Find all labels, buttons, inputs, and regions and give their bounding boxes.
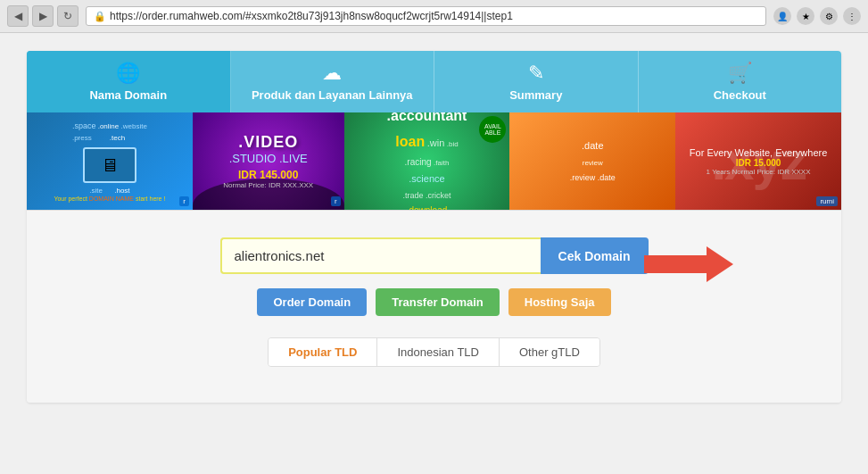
step-4-label: Checkout (714, 88, 766, 102)
action-buttons: Order Domain Transfer Domain Hosting Saj… (257, 288, 610, 316)
step-3-label: Summary (509, 88, 562, 102)
url-text: https://order.rumahweb.com/#xsxmko2t8u73… (110, 10, 513, 22)
page-wrapper: 🌐 Nama Domain ☁ Produk dan Layanan Lainn… (0, 33, 868, 420)
banner-domain-cloud[interactable]: .space .online .website .press .tech 🖥 .… (27, 112, 193, 210)
transfer-domain-button[interactable]: Transfer Domain (376, 288, 500, 316)
monitor-icon: 🖥 (83, 147, 136, 183)
tld-tabs: Popular TLD Indonesian TLD Other gTLD (268, 337, 600, 367)
browser-chrome: ◀ ▶ ↻ 🔒 https://order.rumahweb.com/#xsxm… (0, 0, 868, 33)
globe-icon: 🌐 (116, 62, 140, 85)
banner-2-subtitle: .STUDIO .LIVE (223, 152, 313, 165)
main-container: 🌐 Nama Domain ☁ Produk dan Layanan Lainn… (27, 51, 841, 403)
tab-other-gtld[interactable]: Other gTLD (500, 338, 599, 366)
address-bar[interactable]: 🔒 https://order.rumahweb.com/#xsxmko2t8u… (86, 6, 766, 26)
domain-search-row: Cek Domain (220, 237, 649, 274)
content-area: Cek Domain Order Domain Transfer Domain … (27, 211, 841, 403)
banners-row: .space .online .website .press .tech 🖥 .… (27, 112, 841, 211)
banner-2-note: Normal Price: IDR XXX.XXX (223, 181, 313, 189)
profile-icon[interactable]: 👤 (773, 7, 791, 25)
search-wrapper: Cek Domain (220, 237, 649, 288)
banner-5-content: For Every Website, Everywhere IDR 15.000… (690, 147, 827, 176)
lock-icon: 🔒 (94, 11, 106, 22)
bookmark-icon[interactable]: ★ (797, 7, 814, 25)
banner-3-text: .accountant loan .win .bid .racing .fait… (387, 112, 467, 210)
refresh-button[interactable]: ↻ (57, 5, 79, 27)
nav-buttons: ◀ ▶ ↻ (7, 5, 79, 27)
menu-icon[interactable]: ⋮ (843, 7, 861, 25)
available-badge: AVAIL ABLE (479, 116, 506, 143)
banner-5-price: IDR 15.000 (690, 158, 827, 168)
hosting-saja-button[interactable]: Hosting Saja (508, 288, 611, 316)
order-domain-button[interactable]: Order Domain (257, 288, 367, 316)
banner-video[interactable]: .VIDEO .STUDIO .LIVE IDR 145.000 Normal … (193, 112, 344, 210)
svg-marker-0 (644, 246, 733, 282)
domain-input[interactable] (220, 237, 541, 274)
browser-icons: 👤 ★ ⚙ ⋮ (773, 7, 861, 25)
edit-icon: ✎ (528, 62, 544, 85)
step-1-label: Nama Domain (89, 88, 167, 102)
step-2-label: Produk dan Layanan Lainnya (252, 88, 413, 102)
banner-2-badge: r (331, 196, 341, 206)
step-nama-domain[interactable]: 🌐 Nama Domain (27, 51, 231, 112)
extensions-icon[interactable]: ⚙ (820, 7, 838, 25)
step-produk-layanan[interactable]: ☁ Produk dan Layanan Lainnya (231, 51, 435, 112)
banner-other-tld[interactable]: .date review .review .date (509, 112, 675, 210)
cek-domain-button[interactable]: Cek Domain (541, 237, 649, 274)
steps-nav: 🌐 Nama Domain ☁ Produk dan Layanan Lainn… (27, 51, 841, 112)
banner-1-badge: r (179, 196, 189, 206)
banner-1-text: .space .online .website .press .tech (72, 120, 147, 145)
cloud-icon: ☁ (322, 62, 342, 85)
red-arrow (644, 246, 733, 285)
banner-5-badge: rumi (816, 196, 838, 206)
banner-xyz[interactable]: .xyz For Every Website, Everywhere IDR 1… (675, 112, 841, 210)
tab-popular-tld[interactable]: Popular TLD (269, 338, 377, 366)
forward-button[interactable]: ▶ (32, 5, 54, 27)
back-button[interactable]: ◀ (7, 5, 29, 27)
banner-4-text: .date review .review .date (570, 137, 616, 184)
step-summary[interactable]: ✎ Summary (434, 51, 639, 112)
tab-indonesian-tld[interactable]: Indonesian TLD (377, 338, 500, 366)
banner-multi-tld[interactable]: .accountant loan .win .bid .racing .fait… (344, 112, 510, 210)
banner-2-price: IDR 145.000 (223, 169, 313, 181)
cart-icon: 🛒 (728, 62, 752, 85)
step-checkout[interactable]: 🛒 Checkout (639, 51, 842, 112)
banner-1-footer: .site .host Your perfect DOMAIN NAME sta… (54, 187, 165, 203)
banner-2-title: .VIDEO (223, 133, 313, 152)
